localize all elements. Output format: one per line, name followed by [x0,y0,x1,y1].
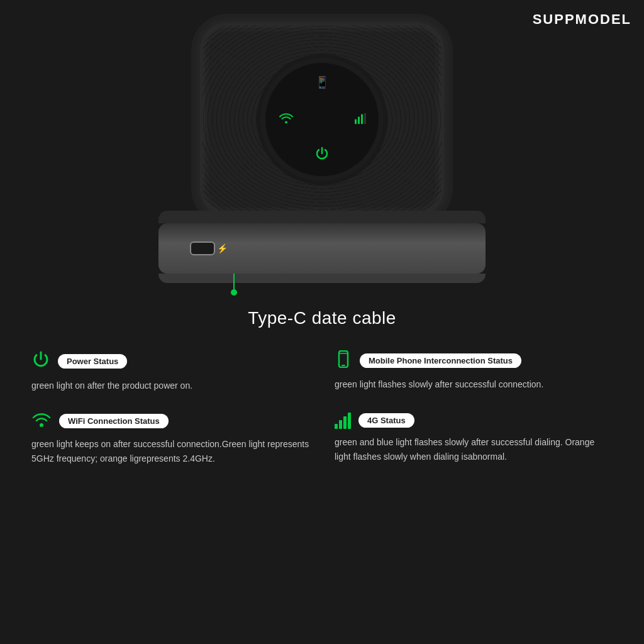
4g-status-header: 4G Status [335,411,613,429]
signal-top-icon [355,113,366,126]
wifi-status-cell: WiFi Connection Status green light keeps… [19,402,322,475]
4g-status-badge: 4G Status [358,413,414,428]
signal-bar-3 [343,416,347,429]
device-side-body [158,223,486,274]
signal-bars [335,411,351,429]
signal-bar-2 [339,420,342,429]
phone-status-cell: Mobile Phone Interconnection Status gree… [322,341,625,402]
4g-status-cell: 4G Status green and blue light flashes s… [322,402,625,475]
svg-rect-0 [355,119,357,125]
4g-status-description: green and blue light flashes slowly afte… [335,435,613,464]
svg-point-7 [40,423,43,427]
svg-rect-3 [364,113,366,125]
cable-indicator-line [233,274,235,289]
device-circle: 📱 [265,63,379,176]
device-top-body: 📱 [203,25,441,214]
usb-port [190,242,215,255]
power-status-description: green light on after the product power o… [31,379,309,392]
phone-status-description: green light flashes slowly after success… [335,377,613,391]
phone-status-header: Mobile Phone Interconnection Status [335,350,613,371]
brand-logo: SUPPMODEL [533,11,631,28]
wifi-status-description: green light keeps on after successful co… [31,437,309,465]
signal-bar-1 [335,424,338,429]
cable-indicator-dot [231,289,237,296]
device-top-edge [158,211,486,223]
svg-rect-5 [341,365,345,366]
power-top-icon [315,147,329,164]
wifi-status-header: WiFi Connection Status [31,411,309,431]
wifi-top-icon [279,113,293,127]
power-icon [31,350,50,372]
signal-icon [335,411,351,429]
phone-top-icon: 📱 [315,75,329,89]
phone-icon [335,350,352,371]
wifi-status-badge: WiFi Connection Status [59,414,169,428]
cable-label: Type-C date cable [248,308,396,328]
device-side-view: Type-C date cable [0,223,644,328]
phone-status-badge: Mobile Phone Interconnection Status [360,353,521,368]
power-status-cell: Power Status green light on after the pr… [19,341,322,402]
power-status-badge: Power Status [58,354,127,369]
svg-rect-2 [361,114,363,125]
svg-rect-1 [358,117,360,125]
device-top-view: 📱 [0,0,644,214]
signal-bar-4 [348,413,351,429]
status-info-grid: Power Status green light on after the pr… [0,341,644,475]
device-bottom-edge [158,274,486,283]
power-status-header: Power Status [31,350,309,372]
wifi-icon [31,411,52,431]
